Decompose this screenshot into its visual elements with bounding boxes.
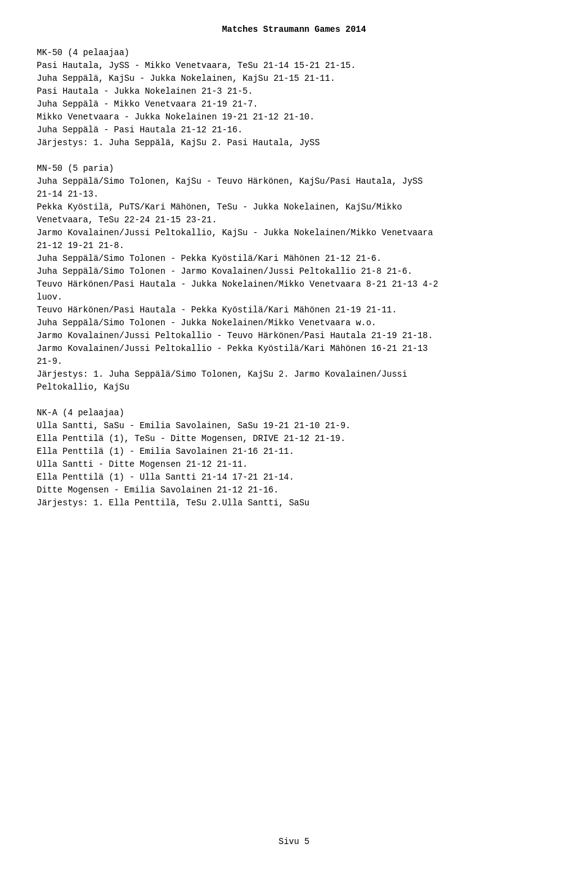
page-number: Sivu 5	[0, 837, 588, 846]
page-container: Matches Straumann Games 2014 MK-50 (4 pe…	[0, 0, 588, 871]
content-block: MK-50 (4 pelaajaa) Pasi Hautala, JySS - …	[37, 47, 551, 510]
page-title: Matches Straumann Games 2014	[37, 25, 551, 34]
